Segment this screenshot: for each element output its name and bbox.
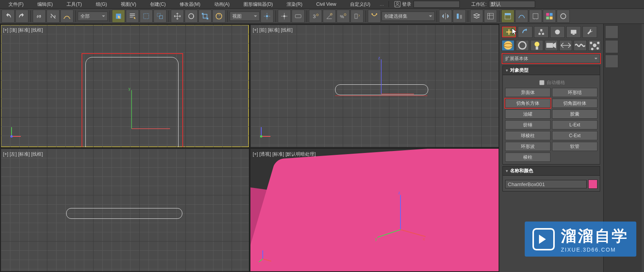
- rotate-button[interactable]: [185, 10, 198, 23]
- btn-c-ext[interactable]: C-Ext: [552, 131, 597, 140]
- viewport-label[interactable]: [+] [透视] [标准] [默认明暗处理]: [253, 151, 316, 158]
- modify-tab[interactable]: [518, 26, 532, 38]
- btn-spindle[interactable]: 纺锤: [505, 120, 551, 129]
- category-dropdown[interactable]: 扩展基本体: [502, 54, 600, 63]
- btn-torus-knot[interactable]: 环形结: [552, 88, 597, 97]
- login-input[interactable]: [414, 1, 460, 8]
- unlink-button[interactable]: [47, 10, 60, 23]
- menu-modifier[interactable]: 修改器(M): [173, 1, 207, 8]
- scale-button[interactable]: [199, 10, 212, 23]
- viewport-label[interactable]: [+] [顶] [标准] [线框]: [3, 27, 43, 34]
- menu-civil[interactable]: Civil View: [309, 2, 343, 7]
- utilities-tab[interactable]: [582, 26, 597, 38]
- keyboard-shortcut-button[interactable]: [292, 10, 305, 23]
- btn-capsule[interactable]: 胶囊: [552, 109, 597, 119]
- menu-group[interactable]: 组(G): [89, 1, 114, 8]
- chamferbox-wireframe[interactable]: [66, 208, 182, 219]
- schematic-view-button[interactable]: [529, 10, 542, 23]
- selection-filter-dropdown[interactable]: 全部: [78, 12, 108, 21]
- hierarchy-tab[interactable]: [534, 26, 549, 38]
- placement-button[interactable]: [212, 10, 225, 23]
- mirror-button[interactable]: [439, 10, 452, 23]
- render-setup-button[interactable]: [557, 10, 570, 23]
- menu-more[interactable]: …: [377, 2, 386, 7]
- btn-chamfercyl[interactable]: 切角圆柱体: [552, 99, 597, 108]
- percent-snap-button[interactable]: %: [337, 10, 350, 23]
- viewport-front[interactable]: [+] [前] [标准] [线框] z: [250, 25, 499, 147]
- transform-gizmo-icon[interactable]: z: [377, 55, 416, 98]
- toggle-ribbon-button[interactable]: [501, 10, 514, 23]
- lights-button[interactable]: [531, 40, 543, 51]
- transform-gizmo-icon[interactable]: y: [128, 86, 174, 133]
- undo-button[interactable]: [2, 10, 15, 23]
- viewport-label[interactable]: [+] [左] [标准] [线框]: [3, 151, 43, 158]
- rollout-header[interactable]: 对象类型: [502, 65, 600, 75]
- menu-edit[interactable]: 编辑(E): [30, 1, 60, 8]
- display-tab[interactable]: [566, 26, 581, 38]
- workspace-input[interactable]: [489, 1, 535, 8]
- btn-l-ext[interactable]: L-Ext: [552, 120, 597, 129]
- btn-hose[interactable]: 软管: [552, 142, 597, 151]
- redo-button[interactable]: [15, 10, 28, 23]
- snap-button[interactable]: 3: [309, 10, 322, 23]
- curve-editor-button[interactable]: [515, 10, 528, 23]
- select-object-button[interactable]: [112, 10, 125, 23]
- viewport-left[interactable]: [+] [左] [标准] [线框]: [1, 149, 249, 271]
- menu-custom[interactable]: 自定义(U): [343, 1, 377, 8]
- btn-chamferbox[interactable]: 切角长方体: [505, 99, 551, 108]
- window-crossing-button[interactable]: [153, 10, 167, 23]
- login-label[interactable]: 登录: [402, 1, 411, 8]
- motion-tab[interactable]: [550, 26, 565, 38]
- btn-hedra[interactable]: 异面体: [505, 88, 551, 97]
- object-color-swatch[interactable]: [588, 180, 597, 189]
- viewport-top[interactable]: [+] [顶] [标准] [线框] y: [1, 25, 249, 147]
- righttool-icon[interactable]: [605, 55, 618, 68]
- viewport-label[interactable]: [+] [前] [标准] [线框]: [253, 27, 293, 34]
- move-button[interactable]: [171, 10, 184, 23]
- menu-graph[interactable]: 图形编辑器(D): [237, 1, 280, 8]
- object-name-input[interactable]: [505, 180, 587, 188]
- separator: [499, 10, 499, 22]
- scene-explorer-button[interactable]: [484, 10, 497, 23]
- geometry-button[interactable]: [502, 40, 514, 51]
- svg-rect-10: [266, 15, 268, 17]
- layer-button[interactable]: [470, 10, 483, 23]
- svg-text:z: z: [378, 56, 380, 60]
- helpers-button[interactable]: [559, 40, 572, 51]
- cameras-button[interactable]: [545, 40, 557, 51]
- menu-view[interactable]: 视图(V): [114, 1, 143, 8]
- btn-prism[interactable]: 棱柱: [505, 153, 551, 162]
- spinner-snap-button[interactable]: [350, 10, 364, 23]
- angle-snap-button[interactable]: [323, 10, 336, 23]
- autogrid-checkbox[interactable]: [539, 80, 544, 85]
- spacewarps-button[interactable]: [574, 40, 586, 51]
- viewport-perspective[interactable]: [+] [透视] [标准] [默认明暗处理] z x y: [250, 149, 499, 271]
- create-tab[interactable]: [502, 26, 516, 38]
- menu-tools[interactable]: 工具(T): [60, 1, 88, 8]
- selection-set-dropdown[interactable]: 创建选择集: [382, 12, 435, 21]
- rect-select-button[interactable]: [140, 10, 153, 23]
- link-button[interactable]: [33, 10, 46, 23]
- bind-button[interactable]: [60, 10, 73, 23]
- svg-rect-3: [157, 13, 160, 17]
- shapes-button[interactable]: [516, 40, 529, 51]
- ref-coord-dropdown[interactable]: 视图: [230, 12, 260, 21]
- btn-gengon[interactable]: 球棱柱: [505, 131, 551, 140]
- righttool-icon[interactable]: [605, 25, 618, 39]
- menu-anim[interactable]: 动画(A): [207, 1, 237, 8]
- menu-create[interactable]: 创建(C): [143, 1, 173, 8]
- material-editor-button[interactable]: [543, 10, 556, 23]
- select-by-name-button[interactable]: [126, 10, 139, 23]
- pivot-button[interactable]: [260, 10, 274, 23]
- btn-ringwave[interactable]: 环形波: [505, 142, 551, 151]
- systems-button[interactable]: [588, 40, 601, 51]
- transform-gizmo-icon[interactable]: z x y: [374, 191, 427, 241]
- btn-oiltank[interactable]: 油罐: [505, 109, 551, 119]
- menu-file[interactable]: 文件(F): [2, 1, 30, 8]
- rollout-header[interactable]: 名称和颜色: [502, 166, 600, 176]
- righttool-icon[interactable]: [605, 40, 618, 53]
- manipulate-button[interactable]: [278, 10, 291, 23]
- align-button[interactable]: [453, 10, 466, 23]
- menu-render[interactable]: 渲染(R): [280, 1, 309, 8]
- named-sel-button[interactable]: [368, 10, 381, 23]
